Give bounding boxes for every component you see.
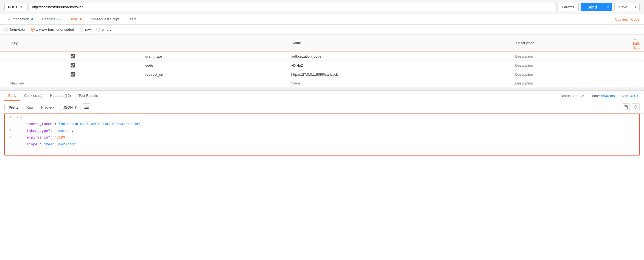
- svg-rect-0: [84, 106, 89, 106]
- row-2-value-input[interactable]: [291, 63, 509, 67]
- method-label: POST: [8, 5, 18, 9]
- radio-circle-raw: [80, 28, 83, 32]
- response-status: Status: 200 OK Time: 5940 ms Size: 430 B: [561, 94, 640, 98]
- tab-authorization[interactable]: Authorization: [4, 14, 37, 24]
- tab-body[interactable]: Body: [66, 14, 85, 24]
- svg-line-5: [637, 108, 637, 109]
- row-1-checkbox[interactable]: [3, 54, 142, 58]
- params-button[interactable]: Params: [557, 3, 579, 11]
- request-tabs: Authorization Headers (2) Body Pre-reque…: [0, 14, 644, 25]
- search-icon[interactable]: [632, 103, 640, 111]
- col-key-header: Key: [0, 35, 288, 52]
- format-chevron-icon: ▼: [74, 105, 77, 109]
- col-value-header: Value: [288, 35, 512, 52]
- svg-point-4: [634, 106, 637, 108]
- row-3-key-input[interactable]: [145, 72, 284, 77]
- radio-circle-urlencoded: [31, 28, 35, 32]
- new-value-cell: [288, 79, 512, 88]
- row-3-desc-input[interactable]: [515, 72, 624, 77]
- resp-tab-headers[interactable]: Headers (10): [46, 91, 75, 101]
- form-table-wrapper: Key Value Description ··· Bulk Edit: [0, 35, 644, 88]
- time-label: Time: 5940 ms: [591, 94, 615, 98]
- view-tabs-bar: Pretty Raw Preview JSON ▼: [0, 101, 644, 114]
- resp-tab-body[interactable]: Body: [4, 91, 20, 101]
- new-key-input[interactable]: [10, 81, 285, 85]
- tab-prerequest[interactable]: Pre-request Script: [86, 14, 123, 24]
- method-select[interactable]: POST ▼: [4, 3, 26, 11]
- cookies-link[interactable]: Cookies: [615, 15, 628, 24]
- more-options-icon[interactable]: ···: [632, 37, 640, 41]
- key-cell: [0, 70, 288, 79]
- new-actions-cell: [627, 79, 644, 88]
- url-bar: POST ▼ Params Send ▼ Save ▼: [0, 0, 644, 14]
- desc-cell: [512, 70, 627, 79]
- radio-raw[interactable]: raw: [80, 27, 91, 32]
- row-2-key-input[interactable]: [145, 63, 284, 67]
- save-button-group: Save ▼: [614, 3, 640, 11]
- row-1-value-input[interactable]: [291, 54, 509, 58]
- save-button[interactable]: Save: [615, 3, 632, 11]
- value-cell: [288, 61, 512, 70]
- url-input[interactable]: [28, 3, 555, 11]
- resp-tab-test-results[interactable]: Test Results: [75, 91, 102, 101]
- view-tab-preview[interactable]: Preview: [37, 104, 58, 111]
- table-row: [0, 70, 644, 79]
- json-display: 1 ▼ { 2 "access_token": "8dfc3b3b-0a85-4…: [4, 114, 640, 156]
- radio-binary[interactable]: binary: [96, 27, 111, 32]
- send-button-group: Send ▼: [581, 3, 612, 11]
- format-label: JSON: [63, 105, 73, 109]
- body-type-row: form-data x-www-form-urlencoded raw bina…: [0, 25, 644, 35]
- json-line-5: 5 "scope": "read_userinfo": [5, 141, 639, 148]
- radio-x-www-form-urlencoded[interactable]: x-www-form-urlencoded: [31, 27, 74, 32]
- time-value: 5940 ms: [601, 94, 615, 98]
- send-button[interactable]: Send: [581, 3, 603, 11]
- table-row: [0, 61, 644, 70]
- view-tab-pretty[interactable]: Pretty: [5, 104, 23, 111]
- indent-icon[interactable]: [83, 103, 90, 111]
- status-label: Status: 200 OK: [561, 94, 585, 98]
- send-dropdown-button[interactable]: ▼: [604, 3, 612, 11]
- right-tabs: Cookies Code: [615, 15, 640, 24]
- row-1-desc-input[interactable]: [515, 54, 624, 58]
- bulk-edit-button[interactable]: Bulk Edit: [632, 42, 640, 49]
- new-desc-cell: [512, 79, 627, 88]
- view-tab-raw[interactable]: Raw: [23, 104, 37, 111]
- desc-cell: [512, 61, 627, 70]
- key-cell: [0, 61, 288, 70]
- resp-tab-cookies[interactable]: Cookies (1): [20, 91, 46, 101]
- actions-cell: [627, 70, 644, 79]
- tab-tests[interactable]: Tests: [124, 14, 140, 24]
- row-1-key-input[interactable]: [145, 54, 284, 58]
- collapse-arrow[interactable]: ▼: [16, 116, 18, 119]
- actions-cell: [627, 52, 644, 61]
- new-value-input[interactable]: [291, 81, 509, 85]
- code-link[interactable]: Code: [631, 15, 640, 24]
- new-key-row: [0, 79, 644, 88]
- row-3-value-input[interactable]: [291, 72, 509, 77]
- svg-rect-1: [85, 107, 89, 108]
- response-tabs-bar: Body Cookies (1) Headers (10) Test Resul…: [0, 90, 644, 101]
- table-row: [0, 52, 644, 61]
- save-dropdown-button[interactable]: ▼: [632, 3, 639, 11]
- row-3-checkbox[interactable]: [3, 72, 142, 77]
- new-key-cell: [0, 79, 288, 88]
- json-line-4: 4 "expires_in": 43199,: [5, 134, 639, 141]
- new-desc-input[interactable]: [515, 81, 624, 85]
- value-cell: [288, 70, 512, 79]
- format-select[interactable]: JSON ▼: [60, 104, 80, 111]
- radio-form-data[interactable]: form-data: [4, 27, 25, 32]
- row-2-desc-input[interactable]: [515, 63, 624, 67]
- col-desc-header: Description: [512, 35, 627, 52]
- radio-circle-binary: [96, 28, 100, 32]
- size-value: 430 B: [630, 94, 640, 98]
- tab-headers[interactable]: Headers (2): [38, 14, 65, 24]
- view-tab-group: Pretty Raw Preview: [4, 104, 58, 111]
- form-table: Key Value Description ··· Bulk Edit: [0, 35, 644, 88]
- radio-circle-form-data: [4, 28, 8, 32]
- row-2-checkbox[interactable]: [3, 63, 142, 67]
- status-value: 200 OK: [573, 94, 585, 98]
- svg-rect-3: [625, 106, 628, 109]
- copy-icon[interactable]: [622, 103, 630, 111]
- body-dot: [80, 18, 82, 20]
- desc-cell: [512, 52, 627, 61]
